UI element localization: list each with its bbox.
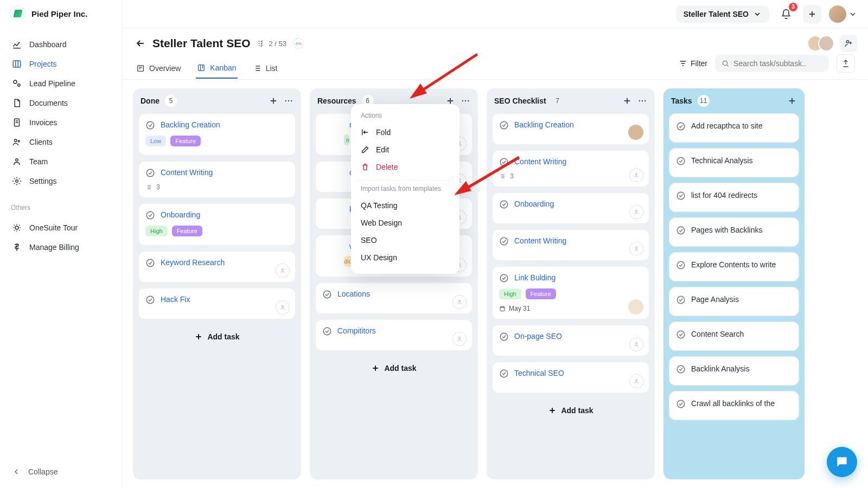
assign-placeholder[interactable] [629, 337, 643, 351]
person-icon [279, 267, 286, 274]
person-icon [633, 341, 640, 348]
menu-label: Import tasks from templates [351, 185, 459, 197]
svg-point-22 [282, 306, 284, 307]
assignee-avatar[interactable] [628, 299, 643, 314]
menu-template-qa[interactable]: QA Testing [351, 197, 459, 214]
svg-rect-0 [13, 61, 21, 67]
assign-placeholder[interactable] [629, 374, 643, 388]
menu-template-seo[interactable]: SEO [351, 232, 459, 249]
nav-manage-billing[interactable]: Manage Billing [5, 237, 116, 257]
assign-placeholder[interactable] [276, 300, 290, 314]
task-card[interactable]: Keyword Research [138, 251, 296, 282]
filter-button[interactable]: Filter [679, 59, 707, 68]
assign-placeholder[interactable] [629, 168, 643, 182]
add-task-button[interactable]: Add task [492, 399, 649, 418]
svg-point-5 [18, 140, 20, 142]
add-button[interactable] [803, 5, 821, 23]
svg-point-15 [291, 100, 292, 101]
user-menu[interactable] [829, 5, 857, 23]
collapse-button[interactable]: Collapse [0, 461, 122, 483]
svg-point-24 [465, 100, 466, 101]
task-card[interactable]: Pages with Backlinks [669, 217, 799, 247]
share-button[interactable] [837, 54, 855, 73]
menu-template-ux[interactable]: UX Design [351, 249, 459, 266]
svg-point-13 [285, 100, 286, 101]
members-stack[interactable] [813, 35, 834, 52]
task-card[interactable]: Compititors [315, 319, 473, 351]
search-box[interactable] [715, 55, 829, 72]
task-card[interactable]: Technical Analysis [669, 148, 799, 177]
task-card[interactable]: Add recapthca to site [669, 113, 799, 143]
task-card[interactable]: Technical SEO [492, 362, 649, 393]
add-task-button[interactable]: Add task [138, 325, 296, 344]
column-add-button[interactable] [269, 96, 278, 106]
nav-dashboard[interactable]: Dashboard [5, 35, 116, 54]
nav-invoices[interactable]: Invoices [5, 113, 116, 132]
task-card[interactable]: Content Writing 3 [138, 161, 296, 198]
svg-point-47 [636, 343, 637, 344]
task-card[interactable]: Page Analysis [669, 287, 799, 316]
person-icon [633, 172, 640, 178]
task-card[interactable]: Backlink Analysis [669, 356, 799, 386]
check-circle-icon [676, 156, 686, 166]
column-menu-button[interactable] [461, 96, 470, 106]
back-button[interactable] [135, 38, 146, 49]
add-task-button[interactable]: Add task [315, 356, 473, 376]
project-selector[interactable]: Steller Talent SEO [676, 5, 769, 23]
task-card[interactable]: Crawl all backlinks of the [669, 391, 799, 420]
sun-icon [12, 223, 22, 233]
task-card[interactable]: Link Bulding HighFeature May 31 [492, 266, 649, 319]
assignee-avatar[interactable] [628, 125, 643, 140]
tab-overview[interactable]: Overview [135, 59, 182, 78]
add-member-button[interactable] [840, 35, 857, 52]
task-card[interactable]: Onboarding HighFeature [138, 203, 296, 246]
nav-lead-pipeline[interactable]: Lead Pipeline [5, 74, 116, 93]
check-circle-icon [145, 120, 155, 130]
assign-placeholder[interactable] [629, 242, 643, 256]
nav-team[interactable]: Team [5, 152, 116, 171]
nav-documents[interactable]: Documents [5, 93, 116, 113]
gear-icon [12, 176, 22, 186]
task-card[interactable]: Backling Creation [492, 113, 649, 145]
menu-label: Actions [351, 112, 459, 124]
column-add-button[interactable] [622, 96, 632, 106]
tab-list[interactable]: List [252, 59, 279, 78]
task-card[interactable]: On-page SEO [492, 325, 649, 356]
assign-placeholder[interactable] [452, 332, 467, 346]
search-input[interactable] [733, 59, 822, 68]
nav-settings[interactable]: Settings [5, 171, 116, 191]
task-card[interactable]: Content Writing [492, 229, 649, 261]
task-card[interactable]: Onboarding [492, 192, 649, 224]
menu-fold[interactable]: Fold [351, 124, 459, 141]
svg-point-16 [146, 121, 154, 129]
chat-fab[interactable] [827, 447, 857, 477]
svg-point-34 [639, 100, 640, 101]
notifications-button[interactable]: 3 [777, 5, 795, 23]
menu-template-webdesign[interactable]: Web Design [351, 214, 459, 232]
svg-point-50 [677, 123, 685, 130]
nav-onesuite-tour[interactable]: OneSuite Tour [5, 218, 116, 237]
filter-icon [679, 59, 687, 68]
menu-edit[interactable]: Edit [351, 141, 459, 158]
assign-placeholder[interactable] [629, 205, 643, 219]
nav-clients[interactable]: Clients [5, 132, 116, 152]
column-menu-button[interactable] [637, 96, 647, 106]
column-add-button[interactable] [787, 96, 797, 106]
column-menu-button[interactable] [284, 96, 293, 106]
task-card[interactable]: Content Writing 3 [492, 150, 649, 187]
task-card[interactable]: Hack Fix [138, 288, 296, 319]
assign-placeholder[interactable] [276, 264, 290, 278]
task-card[interactable]: Backling Creation LowFeature [138, 113, 296, 156]
svg-point-12 [723, 61, 727, 65]
task-card[interactable]: Locations [315, 282, 473, 314]
svg-point-40 [500, 201, 508, 208]
menu-delete[interactable]: Delete [351, 158, 459, 176]
svg-point-38 [500, 158, 508, 166]
task-card[interactable]: Explore Contents to write [669, 252, 799, 281]
tab-kanban[interactable]: Kanban [196, 58, 237, 79]
task-card[interactable]: Content Search [669, 322, 799, 351]
assign-placeholder[interactable] [452, 295, 467, 309]
task-card[interactable]: list for 404 redirects [669, 183, 799, 212]
svg-point-52 [677, 192, 685, 200]
nav-projects[interactable]: Projects [5, 54, 116, 74]
